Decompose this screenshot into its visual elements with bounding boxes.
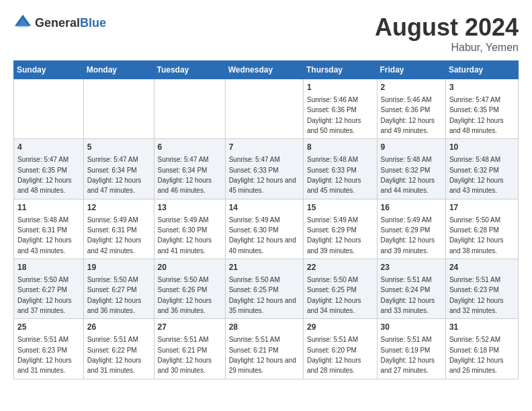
main-title: August 2024 (375, 13, 519, 42)
day-cell: 20Sunrise: 5:50 AMSunset: 6:26 PMDayligh… (154, 259, 225, 319)
week-row-2: 11Sunrise: 5:48 AMSunset: 6:31 PMDayligh… (14, 199, 519, 259)
day-info: Sunrise: 5:50 AMSunset: 6:27 PMDaylight:… (87, 276, 142, 314)
day-info: Sunrise: 5:47 AMSunset: 6:34 PMDaylight:… (158, 156, 212, 194)
day-info: Sunrise: 5:51 AMSunset: 6:24 PMDaylight:… (381, 276, 435, 314)
day-cell: 12Sunrise: 5:49 AMSunset: 6:31 PMDayligh… (83, 199, 154, 259)
day-cell: 9Sunrise: 5:48 AMSunset: 6:32 PMDaylight… (377, 139, 445, 199)
day-cell: 29Sunrise: 5:51 AMSunset: 6:20 PMDayligh… (303, 319, 377, 379)
day-cell: 22Sunrise: 5:50 AMSunset: 6:25 PMDayligh… (303, 259, 377, 319)
logo-general: General (35, 16, 80, 30)
day-cell: 13Sunrise: 5:49 AMSunset: 6:30 PMDayligh… (154, 199, 225, 259)
day-cell: 16Sunrise: 5:49 AMSunset: 6:29 PMDayligh… (377, 199, 445, 259)
day-number: 19 (87, 262, 150, 273)
day-info: Sunrise: 5:50 AMSunset: 6:28 PMDaylight:… (449, 216, 504, 255)
day-info: Sunrise: 5:46 AMSunset: 6:36 PMDaylight:… (381, 96, 435, 134)
day-cell: 24Sunrise: 5:51 AMSunset: 6:23 PMDayligh… (445, 259, 518, 319)
logo-blue: Blue (80, 16, 106, 30)
day-cell: 31Sunrise: 5:52 AMSunset: 6:18 PMDayligh… (445, 319, 518, 379)
day-number: 12 (87, 202, 150, 214)
day-info: Sunrise: 5:48 AMSunset: 6:32 PMDaylight:… (381, 156, 435, 194)
day-cell: 19Sunrise: 5:50 AMSunset: 6:27 PMDayligh… (83, 259, 154, 319)
day-cell: 4Sunrise: 5:47 AMSunset: 6:35 PMDaylight… (14, 139, 84, 199)
day-cell: 27Sunrise: 5:51 AMSunset: 6:21 PMDayligh… (154, 319, 225, 379)
day-number: 31 (449, 322, 515, 333)
day-cell: 21Sunrise: 5:50 AMSunset: 6:25 PMDayligh… (225, 259, 303, 319)
day-cell (83, 79, 154, 139)
day-cell: 30Sunrise: 5:51 AMSunset: 6:19 PMDayligh… (377, 319, 445, 379)
day-number: 5 (87, 142, 150, 153)
day-info: Sunrise: 5:51 AMSunset: 6:23 PMDaylight:… (17, 336, 72, 374)
day-number: 8 (307, 142, 373, 153)
day-number: 29 (307, 322, 373, 333)
day-number: 9 (381, 142, 442, 153)
day-info: Sunrise: 5:49 AMSunset: 6:30 PMDaylight:… (229, 216, 296, 255)
day-number: 22 (307, 262, 373, 273)
day-number: 18 (17, 262, 80, 273)
day-cell: 18Sunrise: 5:50 AMSunset: 6:27 PMDayligh… (14, 259, 84, 319)
day-cell: 14Sunrise: 5:49 AMSunset: 6:30 PMDayligh… (225, 199, 303, 259)
day-number: 30 (381, 322, 442, 333)
day-cell: 7Sunrise: 5:47 AMSunset: 6:33 PMDaylight… (225, 139, 303, 199)
day-info: Sunrise: 5:48 AMSunset: 6:31 PMDaylight:… (17, 216, 72, 255)
day-cell: 17Sunrise: 5:50 AMSunset: 6:28 PMDayligh… (445, 199, 518, 259)
day-cell: 8Sunrise: 5:48 AMSunset: 6:33 PMDaylight… (303, 139, 377, 199)
day-cell: 1Sunrise: 5:46 AMSunset: 6:36 PMDaylight… (303, 79, 377, 139)
day-info: Sunrise: 5:50 AMSunset: 6:27 PMDaylight:… (17, 276, 72, 314)
day-number: 21 (229, 262, 300, 273)
day-info: Sunrise: 5:49 AMSunset: 6:31 PMDaylight:… (87, 216, 142, 255)
day-info: Sunrise: 5:49 AMSunset: 6:29 PMDaylight:… (381, 216, 435, 255)
day-info: Sunrise: 5:47 AMSunset: 6:35 PMDaylight:… (449, 96, 504, 134)
day-cell (14, 79, 84, 139)
header-monday: Monday (83, 61, 154, 79)
header: GeneralBlue August 2024 Habur, Yemen (13, 13, 519, 54)
day-number: 4 (17, 142, 80, 153)
day-cell: 11Sunrise: 5:48 AMSunset: 6:31 PMDayligh… (14, 199, 84, 259)
day-info: Sunrise: 5:51 AMSunset: 6:21 PMDaylight:… (158, 336, 212, 374)
week-row-0: 1Sunrise: 5:46 AMSunset: 6:36 PMDaylight… (14, 79, 519, 139)
day-cell: 10Sunrise: 5:48 AMSunset: 6:32 PMDayligh… (445, 139, 518, 199)
day-info: Sunrise: 5:51 AMSunset: 6:19 PMDaylight:… (381, 336, 435, 374)
day-number: 16 (381, 202, 442, 214)
calendar-table: SundayMondayTuesdayWednesdayThursdayFrid… (13, 60, 519, 379)
header-row: SundayMondayTuesdayWednesdayThursdayFrid… (14, 61, 519, 79)
day-number: 14 (229, 202, 300, 214)
day-info: Sunrise: 5:47 AMSunset: 6:35 PMDaylight:… (17, 156, 72, 194)
header-friday: Friday (377, 61, 445, 79)
logo-icon (13, 13, 32, 32)
day-cell: 5Sunrise: 5:47 AMSunset: 6:34 PMDaylight… (83, 139, 154, 199)
day-info: Sunrise: 5:48 AMSunset: 6:32 PMDaylight:… (449, 156, 504, 194)
day-number: 20 (158, 262, 222, 273)
week-row-3: 18Sunrise: 5:50 AMSunset: 6:27 PMDayligh… (14, 259, 519, 319)
day-cell: 15Sunrise: 5:49 AMSunset: 6:29 PMDayligh… (303, 199, 377, 259)
day-cell: 2Sunrise: 5:46 AMSunset: 6:36 PMDaylight… (377, 79, 445, 139)
day-info: Sunrise: 5:47 AMSunset: 6:33 PMDaylight:… (229, 156, 296, 194)
day-number: 23 (381, 262, 442, 273)
header-wednesday: Wednesday (225, 61, 303, 79)
day-info: Sunrise: 5:49 AMSunset: 6:29 PMDaylight:… (307, 216, 361, 255)
day-number: 27 (158, 322, 222, 333)
day-number: 17 (449, 202, 515, 214)
day-number: 7 (229, 142, 300, 153)
day-info: Sunrise: 5:48 AMSunset: 6:33 PMDaylight:… (307, 156, 361, 194)
day-cell (154, 79, 225, 139)
day-cell: 6Sunrise: 5:47 AMSunset: 6:34 PMDaylight… (154, 139, 225, 199)
week-row-1: 4Sunrise: 5:47 AMSunset: 6:35 PMDaylight… (14, 139, 519, 199)
day-info: Sunrise: 5:51 AMSunset: 6:21 PMDaylight:… (229, 336, 296, 374)
day-number: 28 (229, 322, 300, 333)
title-area: August 2024 Habur, Yemen (375, 13, 519, 54)
day-info: Sunrise: 5:46 AMSunset: 6:36 PMDaylight:… (307, 96, 361, 134)
header-thursday: Thursday (303, 61, 377, 79)
day-cell: 25Sunrise: 5:51 AMSunset: 6:23 PMDayligh… (14, 319, 84, 379)
day-cell (225, 79, 303, 139)
day-number: 24 (449, 262, 515, 273)
day-cell: 28Sunrise: 5:51 AMSunset: 6:21 PMDayligh… (225, 319, 303, 379)
header-sunday: Sunday (14, 61, 84, 79)
day-number: 3 (449, 82, 515, 93)
day-number: 15 (307, 202, 373, 214)
day-cell: 26Sunrise: 5:51 AMSunset: 6:22 PMDayligh… (83, 319, 154, 379)
day-info: Sunrise: 5:51 AMSunset: 6:23 PMDaylight:… (449, 276, 504, 314)
day-number: 2 (381, 82, 442, 93)
day-info: Sunrise: 5:50 AMSunset: 6:25 PMDaylight:… (229, 276, 296, 314)
day-number: 26 (87, 322, 150, 333)
day-cell: 23Sunrise: 5:51 AMSunset: 6:24 PMDayligh… (377, 259, 445, 319)
